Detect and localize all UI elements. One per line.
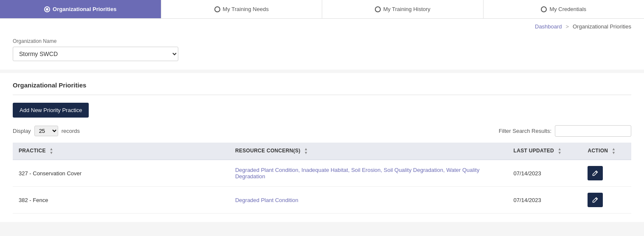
breadcrumb-dashboard-link[interactable]: Dashboard bbox=[535, 23, 562, 30]
table-row: 327 - Conservation Cover Degraded Plant … bbox=[13, 160, 631, 187]
filter-search-input[interactable] bbox=[555, 125, 631, 137]
table-row: 382 - Fence Degraded Plant Condition 07/… bbox=[13, 187, 631, 214]
resource-cell: Degraded Plant Condition bbox=[229, 187, 508, 214]
col-header-practice[interactable]: PRACTICE ▲ ▼ bbox=[13, 143, 229, 160]
tab-label-training-history: My Training History bbox=[383, 6, 430, 12]
action-cell bbox=[582, 160, 631, 187]
org-name-select[interactable]: Stormy SWCD bbox=[13, 47, 178, 61]
tab-radio-training-history bbox=[375, 6, 381, 12]
tab-radio-org bbox=[44, 6, 50, 12]
updated-cell: 07/14/2023 bbox=[508, 160, 582, 187]
tab-radio-credentials bbox=[541, 6, 547, 12]
filter-group: Filter Search Results: bbox=[499, 125, 631, 137]
records-label: records bbox=[62, 128, 80, 134]
resource-cell: Degraded Plant Condition, Inadequate Hab… bbox=[229, 160, 508, 187]
add-new-priority-practice-button[interactable]: Add New Priority Practice bbox=[13, 103, 89, 118]
display-label: Display bbox=[13, 128, 31, 134]
pencil-icon bbox=[592, 197, 598, 203]
tab-radio-training-needs bbox=[214, 6, 220, 12]
tab-organizational-priorities[interactable]: Organizational Priorities bbox=[0, 0, 161, 18]
tab-my-credentials[interactable]: My Credentials bbox=[484, 0, 644, 18]
display-group: Display 25 10 50 100 records bbox=[13, 126, 80, 136]
tab-label-org: Organizational Priorities bbox=[53, 6, 116, 12]
sort-arrows-resource: ▲ ▼ bbox=[304, 147, 308, 155]
breadcrumb-separator: > bbox=[566, 23, 569, 30]
display-count-select[interactable]: 25 10 50 100 bbox=[34, 126, 58, 136]
tab-bar: Organizational Priorities My Training Ne… bbox=[0, 0, 644, 19]
tab-my-training-history[interactable]: My Training History bbox=[322, 0, 484, 18]
pencil-icon bbox=[592, 170, 598, 176]
table-header-row: PRACTICE ▲ ▼ RESOURCE CONCERN(S) ▲ ▼ LAS… bbox=[13, 143, 631, 160]
sort-arrows-practice: ▲ ▼ bbox=[49, 147, 53, 155]
controls-row: Display 25 10 50 100 records Filter Sear… bbox=[13, 125, 631, 137]
practice-link-0[interactable]: 327 - Conservation Cover bbox=[19, 170, 82, 177]
org-section: Organization Name Stormy SWCD bbox=[0, 30, 644, 70]
updated-cell: 07/14/2023 bbox=[508, 187, 582, 214]
sort-arrows-updated: ▲ ▼ bbox=[558, 147, 562, 155]
practice-link-1[interactable]: 382 - Fence bbox=[19, 197, 48, 203]
edit-button-1[interactable] bbox=[588, 193, 603, 207]
concern-link-0[interactable]: Degraded Plant Condition, Inadequate Hab… bbox=[235, 167, 479, 180]
col-header-updated[interactable]: LAST UPDATED ▲ ▼ bbox=[508, 143, 582, 160]
tab-label-training-needs: My Training Needs bbox=[223, 6, 269, 12]
edit-button-0[interactable] bbox=[588, 166, 603, 180]
action-cell bbox=[582, 187, 631, 214]
breadcrumb: Dashboard > Organizational Priorities bbox=[0, 19, 644, 30]
practice-cell: 327 - Conservation Cover bbox=[13, 160, 229, 187]
practice-cell: 382 - Fence bbox=[13, 187, 229, 214]
tab-label-credentials: My Credentials bbox=[549, 6, 586, 12]
col-header-resource[interactable]: RESOURCE CONCERN(S) ▲ ▼ bbox=[229, 143, 508, 160]
sort-arrows-action: ▲ ▼ bbox=[612, 147, 616, 155]
breadcrumb-current: Organizational Priorities bbox=[573, 23, 631, 30]
main-section: Organizational Priorities Add New Priori… bbox=[0, 73, 644, 222]
tab-my-training-needs[interactable]: My Training Needs bbox=[161, 0, 323, 18]
section-title: Organizational Priorities bbox=[13, 81, 631, 95]
org-name-label: Organization Name bbox=[13, 38, 631, 44]
priority-practices-table: PRACTICE ▲ ▼ RESOURCE CONCERN(S) ▲ ▼ LAS… bbox=[13, 143, 631, 214]
col-header-action[interactable]: ACTION ▲ ▼ bbox=[582, 143, 631, 160]
filter-label: Filter Search Results: bbox=[499, 128, 551, 134]
concern-link-1[interactable]: Degraded Plant Condition bbox=[235, 197, 298, 203]
